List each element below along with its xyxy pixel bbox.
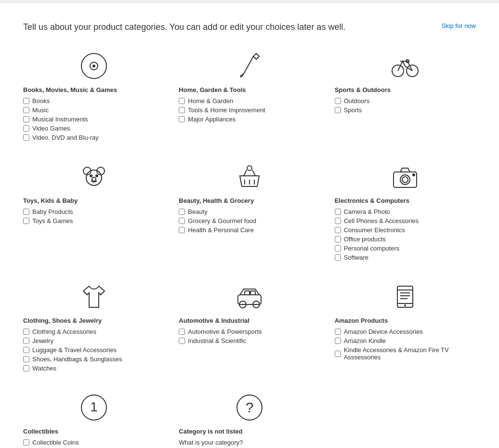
car-icon bbox=[179, 282, 320, 311]
category-name-clothing: Clothing, Shoes & Jewelry bbox=[23, 317, 102, 324]
page-header: Tell us about your product categories. Y… bbox=[23, 22, 476, 32]
category-beauty: Beauty, Health & Grocery Beauty Grocery … bbox=[179, 162, 320, 263]
checkbox-toys[interactable]: Toys & Games bbox=[23, 217, 73, 224]
checkbox-kindle[interactable]: Amazon Kindle bbox=[335, 337, 386, 344]
checkbox-clothing-acc[interactable]: Clothing & Accessories bbox=[23, 328, 96, 335]
checkbox-kindle-acc[interactable]: Kindle Accessories & Amazon Fire TV Asss… bbox=[335, 346, 476, 361]
checkbox-amazon-devices[interactable]: Amazon Device Accessories bbox=[335, 328, 423, 335]
category-name-books: Books, Movies, Music & Games bbox=[23, 86, 117, 93]
category-name-amazon: Amazon Products bbox=[335, 317, 388, 324]
category-name-sports: Sports & Outdoors bbox=[335, 86, 391, 93]
category-books-movies: Books, Movies, Music & Games Books Music… bbox=[23, 52, 164, 143]
checkbox-books[interactable]: Books bbox=[23, 97, 50, 105]
disc-icon bbox=[23, 52, 164, 80]
category-electronics: Electronics & Computers Camera & Photo C… bbox=[335, 162, 476, 263]
categories-grid: Books, Movies, Music & Games Books Music… bbox=[23, 52, 476, 448]
checkbox-grocery[interactable]: Grocery & Gourmet food bbox=[179, 217, 256, 224]
shirt-icon bbox=[23, 282, 164, 311]
category-home-garden: Home, Garden & Tools Home & Garden Tools… bbox=[179, 52, 320, 143]
category-name-home: Home, Garden & Tools bbox=[179, 86, 246, 93]
question-icon: ? bbox=[179, 393, 320, 422]
checkbox-tools[interactable]: Tools & Home Improvement bbox=[179, 106, 265, 114]
checkbox-health[interactable]: Health & Personal Care bbox=[179, 226, 254, 234]
category-clothing: Clothing, Shoes & Jewelry Clothing & Acc… bbox=[23, 282, 164, 374]
category-name-automotive: Automotive & Industrial bbox=[179, 317, 250, 324]
checkbox-shoes[interactable]: Shoes, Handbags & Sunglasses bbox=[23, 356, 122, 363]
category-automotive: Automotive & Industrial Automotive & Pow… bbox=[179, 282, 320, 374]
category-collectibles: 1 Collectibles Collectible Coins Enterta… bbox=[23, 393, 164, 448]
what-is-category-label: What is your category? bbox=[179, 439, 285, 446]
checkbox-cellphones[interactable]: Cell Phones & Accessories bbox=[335, 217, 419, 224]
checkbox-video-games[interactable]: Video Games bbox=[23, 125, 70, 132]
checkbox-office[interactable]: Office products bbox=[335, 236, 386, 243]
svg-text:?: ? bbox=[246, 399, 254, 415]
camera-icon bbox=[335, 162, 476, 191]
basket-icon bbox=[179, 162, 320, 191]
page-title: Tell us about your product categories. Y… bbox=[23, 22, 345, 32]
svg-rect-24 bbox=[238, 295, 261, 304]
checkbox-watches[interactable]: Watches bbox=[23, 365, 56, 372]
checkbox-home-garden[interactable]: Home & Garden bbox=[179, 97, 233, 105]
svg-point-14 bbox=[92, 177, 96, 181]
svg-point-2 bbox=[92, 65, 95, 67]
skip-link[interactable]: Skip for now bbox=[441, 22, 476, 29]
checkbox-musical-instruments[interactable]: Musical Instruments bbox=[23, 116, 88, 123]
checkbox-jewelry[interactable]: Jewelry bbox=[23, 337, 53, 344]
checkbox-outdoors[interactable]: Outdoors bbox=[335, 97, 369, 105]
shovel-icon bbox=[179, 52, 320, 80]
svg-point-22 bbox=[402, 177, 408, 183]
checkbox-sports[interactable]: Sports bbox=[335, 106, 362, 114]
svg-line-3 bbox=[244, 56, 253, 74]
svg-text:1: 1 bbox=[90, 399, 98, 414]
number1-icon: 1 bbox=[23, 393, 164, 422]
checkbox-pc[interactable]: Personal computers bbox=[335, 245, 400, 252]
checkbox-baby[interactable]: Baby Products bbox=[23, 208, 73, 215]
checkbox-industrial[interactable]: Industrial & Scientific bbox=[179, 337, 246, 344]
svg-rect-27 bbox=[245, 291, 250, 295]
svg-rect-28 bbox=[250, 291, 255, 295]
kindle-icon bbox=[335, 282, 476, 311]
category-name-collectibles: Collectibles bbox=[23, 428, 58, 435]
category-name-beauty: Beauty, Health & Grocery bbox=[179, 197, 254, 204]
category-not-listed: ? Category is not listed What is your ca… bbox=[179, 393, 320, 448]
checkbox-software[interactable]: Software bbox=[335, 254, 368, 261]
category-amazon-products: Amazon Products Amazon Device Accessorie… bbox=[335, 282, 476, 374]
checkbox-video-dvd[interactable]: Video, DVD and Blu-ray bbox=[23, 134, 99, 141]
svg-rect-29 bbox=[397, 286, 413, 307]
checkbox-beauty[interactable]: Beauty bbox=[179, 208, 207, 215]
svg-point-19 bbox=[247, 166, 252, 171]
teddy-icon bbox=[23, 162, 164, 191]
bicycle-icon bbox=[335, 52, 476, 80]
svg-point-35 bbox=[404, 304, 406, 306]
category-not-listed-form: What is your category? bbox=[179, 439, 285, 448]
checkbox-automotive[interactable]: Automotive & Powersports bbox=[179, 328, 262, 335]
svg-point-13 bbox=[95, 174, 98, 177]
svg-point-23 bbox=[412, 173, 415, 176]
checkbox-consumer-electronics[interactable]: Consumer Electronics bbox=[335, 226, 405, 234]
category-name-not-listed: Category is not listed bbox=[179, 428, 242, 435]
category-toys: Toys, Kids & Baby Baby Products Toys & G… bbox=[23, 162, 164, 263]
checkbox-appliances[interactable]: Major Appliances bbox=[179, 116, 236, 123]
checkbox-camera[interactable]: Camera & Photo bbox=[335, 208, 390, 215]
checkbox-collectible-coins[interactable]: Collectible Coins bbox=[23, 439, 79, 446]
checkbox-luggage[interactable]: Luggage & Travel Accessories bbox=[23, 346, 117, 354]
checkbox-music[interactable]: Music bbox=[23, 106, 49, 114]
category-name-electronics: Electronics & Computers bbox=[335, 197, 409, 204]
category-sports: Sports & Outdoors Outdoors Sports bbox=[335, 52, 476, 143]
category-name-toys: Toys, Kids & Baby bbox=[23, 197, 78, 204]
svg-point-12 bbox=[90, 174, 92, 177]
